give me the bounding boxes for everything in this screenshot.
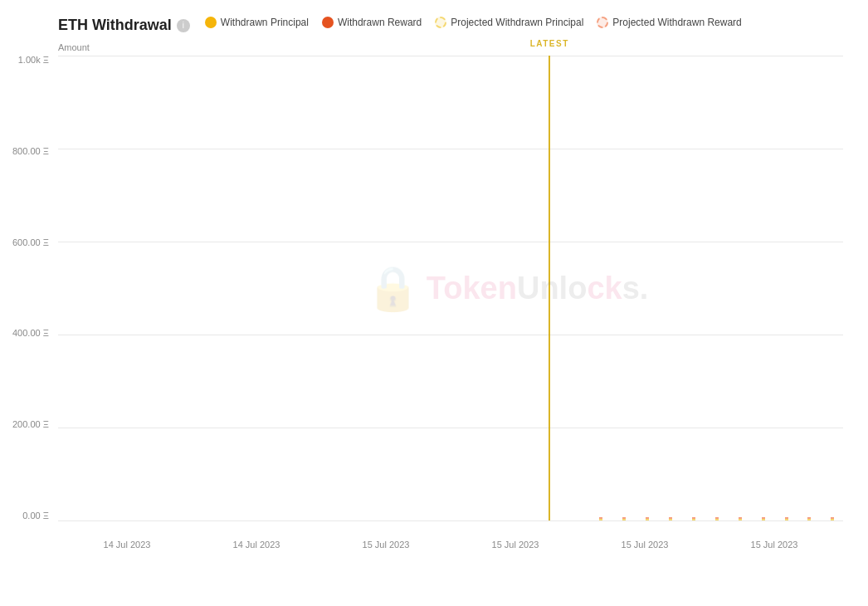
bar-group-28 <box>706 517 727 520</box>
legend-item-withdrawn-principal: Withdrawn Principal <box>205 17 309 28</box>
bar-proj-principal-26 <box>669 519 672 520</box>
bar-proj-principal-25 <box>646 519 649 520</box>
bar-stack-proj-26 <box>661 517 681 520</box>
bar-group-26 <box>661 517 681 520</box>
legend-dot-withdrawn-principal <box>205 17 217 28</box>
bar-stack-proj-29 <box>729 517 750 520</box>
legend-dot-withdrawn-reward <box>322 17 334 28</box>
bar-stack-proj-23 <box>591 517 612 520</box>
legend-item-projected-withdrawn-reward: Projected Withdrawn Reward <box>597 17 741 28</box>
chart-area: 1.00k Ξ800.00 Ξ600.00 Ξ400.00 Ξ200.00 Ξ0… <box>58 56 843 520</box>
chart-container: ETH Withdrawal i Withdrawn PrincipalWith… <box>0 0 868 606</box>
bar-stack-proj-31 <box>776 517 797 520</box>
legend-dot-projected-withdrawn-reward <box>597 17 608 28</box>
y-label-2: 600.00 Ξ <box>12 238 49 247</box>
x-label-3: 15 Jul 2023 <box>492 540 539 550</box>
bar-proj-principal-29 <box>739 519 742 520</box>
y-label-1: 800.00 Ξ <box>12 147 49 156</box>
title-group: ETH Withdrawal i <box>58 17 190 34</box>
bar-stack-proj-28 <box>706 517 727 520</box>
y-label-0: 1.00k Ξ <box>12 56 49 65</box>
bar-proj-principal-27 <box>692 519 695 520</box>
y-label-5: 0.00 Ξ <box>12 511 49 520</box>
grid-line-bottom <box>58 520 843 521</box>
bar-proj-principal-31 <box>785 519 788 520</box>
legend-dot-projected-withdrawn-principal <box>435 17 446 28</box>
legend-item-withdrawn-reward: Withdrawn Reward <box>322 17 422 28</box>
bar-group-24 <box>614 517 635 520</box>
legend: Withdrawn PrincipalWithdrawn RewardProje… <box>205 17 742 28</box>
bar-stack-proj-25 <box>637 517 658 520</box>
bar-proj-principal-23 <box>599 519 602 520</box>
bar-group-23 <box>591 517 612 520</box>
bar-proj-principal-30 <box>762 519 765 520</box>
legend-label-projected-withdrawn-principal: Projected Withdrawn Principal <box>451 17 583 28</box>
bar-stack-proj-32 <box>799 517 820 520</box>
bar-group-30 <box>753 517 773 520</box>
bar-proj-principal-33 <box>831 519 834 520</box>
info-icon[interactable]: i <box>177 19 190 32</box>
y-label-4: 200.00 Ξ <box>12 420 49 429</box>
latest-line: LATEST <box>549 56 550 520</box>
bar-proj-principal-32 <box>807 519 811 520</box>
bar-stack-proj-27 <box>683 517 704 520</box>
chart-title: ETH Withdrawal <box>58 17 172 34</box>
x-label-0: 14 Jul 2023 <box>104 540 151 550</box>
bar-proj-principal-24 <box>622 519 626 520</box>
bar-group-31 <box>776 517 797 520</box>
y-label-3: 400.00 Ξ <box>12 329 49 338</box>
x-label-1: 14 Jul 2023 <box>233 540 280 550</box>
bars-container <box>58 56 843 520</box>
bar-group-33 <box>822 517 843 520</box>
legend-item-projected-withdrawn-principal: Projected Withdrawn Principal <box>435 17 583 28</box>
bar-group-25 <box>637 517 658 520</box>
bar-proj-principal-28 <box>715 519 719 520</box>
bar-stack-proj-30 <box>753 517 773 520</box>
x-label-5: 15 Jul 2023 <box>751 540 798 550</box>
bar-stack-proj-24 <box>614 517 635 520</box>
bar-group-27 <box>683 517 704 520</box>
y-axis: 1.00k Ξ800.00 Ξ600.00 Ξ400.00 Ξ200.00 Ξ0… <box>12 56 49 520</box>
chart-header: ETH Withdrawal i Withdrawn PrincipalWith… <box>58 17 843 34</box>
amount-label: Amount <box>58 42 843 52</box>
bar-stack-proj-33 <box>822 517 843 520</box>
x-label-4: 15 Jul 2023 <box>622 540 669 550</box>
bar-group-32 <box>799 517 820 520</box>
bar-group-29 <box>729 517 750 520</box>
legend-label-withdrawn-principal: Withdrawn Principal <box>221 17 309 28</box>
legend-label-withdrawn-reward: Withdrawn Reward <box>338 17 422 28</box>
x-label-2: 15 Jul 2023 <box>363 540 410 550</box>
x-axis: 14 Jul 202314 Jul 202315 Jul 202315 Jul … <box>58 540 843 550</box>
legend-label-projected-withdrawn-reward: Projected Withdrawn Reward <box>612 17 741 28</box>
latest-label: LATEST <box>530 39 569 48</box>
